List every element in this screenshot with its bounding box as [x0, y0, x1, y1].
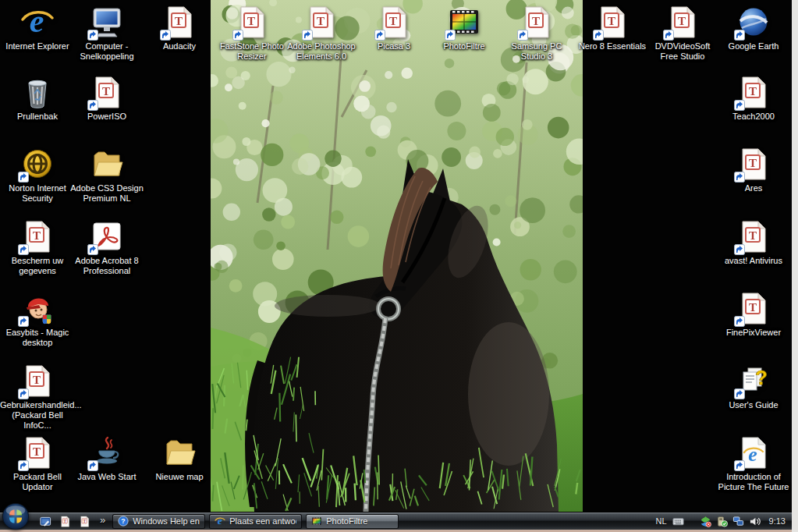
desktop-icon-poweriso[interactable]: TPowerISO: [69, 75, 144, 122]
desktop-icon-internet-explorer[interactable]: eInternet Explorer: [0, 5, 75, 51]
desktop-icon-ares[interactable]: TAres: [716, 147, 791, 193]
shortcut-arrow-icon: [734, 244, 745, 255]
desktop-icon-label: Norton Internet Security: [0, 183, 75, 204]
desktop-icon-label: FastStone Photo Resizer: [215, 41, 289, 62]
svg-text:T: T: [678, 15, 686, 27]
desktop-icon-dvdvideosoft-free-studio[interactable]: TDVDVideoSoft Free Studio: [645, 5, 720, 62]
taskbar: TT » ?Windows Help en o...ePlaats een an…: [0, 512, 792, 530]
taskbar-button-photofiltre[interactable]: PhotoFiltre: [306, 514, 399, 529]
java-icon: [88, 435, 126, 470]
desktop-icon-gebruikershandleid-packard-bell-infoc[interactable]: TGebruikershandleid... (Packard Bell Inf…: [0, 364, 75, 431]
desktop-icon-label: Prullenbak: [0, 112, 75, 122]
desktop-icon-label: Adobe Acrobat 8 Professional: [69, 256, 144, 276]
recycle-bin-icon: [19, 75, 56, 109]
desktop-icon-audacity[interactable]: TAudacity: [142, 5, 217, 51]
desktop-icon-label: Google Earth: [716, 41, 791, 51]
svg-text:T: T: [102, 85, 110, 98]
shortcut-arrow-icon: [734, 30, 745, 41]
t-document-icon: T: [19, 219, 56, 254]
taskbar-button-plaats-een-antwoord[interactable]: ePlaats een antwoord...: [209, 514, 302, 529]
show-desktop-icon[interactable]: [38, 514, 52, 528]
desktop-icon-finepixviewer[interactable]: TFinePixViewer: [716, 291, 791, 338]
t-document-icon: T: [375, 5, 413, 39]
quick-launch-overflow-chevron[interactable]: »: [100, 516, 105, 524]
device-status-icon[interactable]: [716, 516, 728, 527]
wallpaper-image: [211, 0, 583, 512]
desktop-icon-adobe-photoshop-elements-6-0[interactable]: TAdobe Photoshop Elements 6.0: [284, 5, 359, 62]
svg-text:e: e: [30, 5, 44, 39]
internet-explorer-icon: e: [19, 5, 56, 39]
start-button[interactable]: [2, 502, 30, 530]
desktop-icon-introduction-of-picture-the-future[interactable]: eIntroduction of Picture The Future: [716, 435, 791, 492]
desktop-icon-computer-snelkoppeling[interactable]: Computer - Snelkoppeling: [69, 5, 144, 62]
desktop-icon-faststone-photo-resizer[interactable]: TFastStone Photo Resizer: [215, 5, 289, 62]
volume-icon[interactable]: [749, 516, 761, 527]
messenger-status-icon[interactable]: [700, 516, 711, 527]
photofiltre-icon: [445, 5, 483, 39]
desktop-icon-packard-bell-updator[interactable]: TPackard Bell Updator: [0, 435, 75, 492]
tray-icons: [672, 516, 761, 527]
desktop-icon-user-s-guide[interactable]: ?User's Guide: [716, 364, 791, 410]
desktop-icon-easybits-magic-desktop[interactable]: Easybits - Magic desktop: [0, 291, 75, 348]
desktop-icon-norton-internet-security[interactable]: Norton Internet Security: [0, 147, 75, 204]
quick-launch-document-2-icon[interactable]: T: [77, 514, 91, 528]
shortcut-arrow-icon: [18, 460, 29, 471]
shortcut-arrow-icon: [517, 30, 528, 41]
folder-icon: [88, 147, 126, 181]
desktop-icon-adobe-acrobat-8-professional[interactable]: Adobe Acrobat 8 Professional: [69, 219, 144, 276]
desktop-icon-label: Adobe CS3 Design Premium NL: [69, 183, 144, 204]
keyboard-layout-icon[interactable]: [672, 516, 684, 527]
network-status-icon[interactable]: [732, 516, 744, 527]
desktop-icon-label: Teach2000: [716, 112, 791, 122]
clock: 9:13: [769, 516, 786, 526]
t-document-icon: T: [233, 5, 271, 39]
svg-text:e: e: [218, 516, 222, 527]
shortcut-arrow-icon: [87, 460, 98, 471]
shortcut-arrow-icon: [734, 316, 745, 327]
svg-text:T: T: [389, 15, 397, 27]
desktop-icon-bescherm-uw-gegevens[interactable]: TBescherm uw gegevens: [0, 219, 75, 276]
shortcut-arrow-icon: [734, 460, 745, 471]
svg-text:T: T: [33, 229, 41, 242]
t-document-icon: T: [735, 75, 772, 109]
computer-icon: [88, 5, 126, 39]
shortcut-arrow-icon: [18, 244, 29, 255]
desktop-icon-label: FinePixViewer: [716, 328, 791, 338]
svg-text:T: T: [749, 229, 757, 242]
desktop-icon-label: Nieuwe map: [142, 472, 217, 482]
taskbar-button-label: Windows Help en o...: [133, 516, 200, 526]
desktop-icon-label: Easybits - Magic desktop: [0, 328, 75, 348]
svg-text:T: T: [749, 301, 757, 314]
desktop-icon-java-web-start[interactable]: Java Web Start: [69, 435, 144, 482]
desktop-icon-label: Adobe Photoshop Elements 6.0: [284, 41, 359, 62]
language-indicator[interactable]: NL: [656, 516, 667, 526]
t-document-icon: T: [19, 364, 56, 398]
desktop-icon-prullenbak[interactable]: Prullenbak: [0, 75, 75, 122]
shortcut-arrow-icon: [87, 100, 98, 111]
svg-text:T: T: [175, 15, 183, 27]
t-document-icon: T: [88, 75, 126, 109]
svg-text:e: e: [748, 443, 757, 466]
shortcut-arrow-icon: [18, 316, 29, 327]
shortcut-arrow-icon: [87, 30, 98, 41]
internet-explorer-icon: e: [215, 516, 225, 527]
desktop-icon-label: DVDVideoSoft Free Studio: [645, 41, 720, 62]
shortcut-arrow-icon: [232, 30, 243, 41]
taskbar-button-windows-help-en-o[interactable]: ?Windows Help en o...: [112, 514, 205, 529]
desktop-icon-picasa-3[interactable]: TPicasa 3: [356, 5, 431, 51]
t-document-icon: T: [594, 5, 631, 39]
desktop-icon-avast-antivirus[interactable]: Tavast! Antivirus: [716, 219, 791, 266]
desktop-icon-adobe-cs3-design-premium-nl[interactable]: Adobe CS3 Design Premium NL: [69, 147, 144, 204]
desktop-icon-teach2000[interactable]: TTeach2000: [716, 75, 791, 122]
desktop-icon-google-earth[interactable]: Google Earth: [716, 5, 791, 51]
desktop-icon-label: Gebruikershandleid... (Packard Bell Info…: [0, 400, 75, 431]
ie-doc-icon: e: [735, 435, 772, 470]
svg-text:T: T: [532, 15, 540, 27]
desktop-icon-nieuwe-map[interactable]: Nieuwe map: [142, 435, 217, 482]
desktop-icon-nero-8-essentials[interactable]: TNero 8 Essentials: [575, 5, 650, 51]
shortcut-arrow-icon: [734, 172, 745, 183]
desktop-icon-samsung-pc-studio-3[interactable]: TSamsung PC Studio 3: [499, 5, 574, 62]
desktop-icon-photofiltre[interactable]: PhotoFiltre: [427, 5, 502, 51]
svg-text:T: T: [83, 518, 86, 523]
quick-launch-document-1-icon[interactable]: T: [58, 514, 72, 528]
